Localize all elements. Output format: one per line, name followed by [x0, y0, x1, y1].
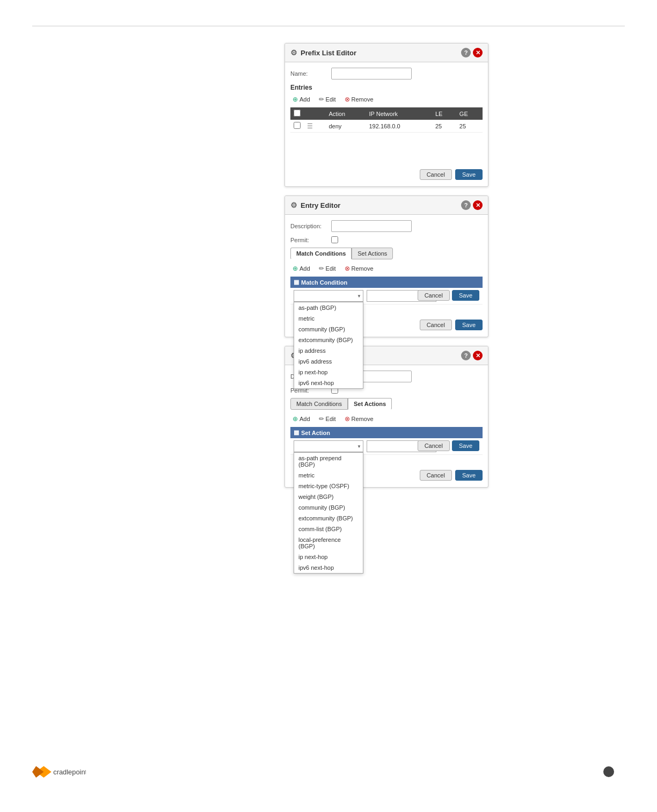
- dropdown-item-local-preference[interactable]: local-preference (BGP): [294, 534, 363, 552]
- match-condition-save-button[interactable]: Save: [452, 290, 479, 301]
- entry-editor-1-panel: ⚙ Entry Editor ? ✕ Description: Permit:: [284, 195, 488, 337]
- entry-editor-1-header: ⚙ Entry Editor ? ✕: [285, 196, 488, 215]
- prefix-list-editor-body: Name: Entries ⊕ Add ✏ Edit ⊗ Remov: [285, 62, 488, 186]
- entry-editor-2-cancel-button[interactable]: Cancel: [420, 470, 452, 481]
- entry-editor-1-body: Description: Permit: Match Conditions Se…: [285, 215, 488, 337]
- entry-1-edit-button[interactable]: ✏ Edit: [317, 264, 338, 273]
- first-dropdown-2[interactable]: ▼: [294, 440, 363, 452]
- entry-editor-1-controls: ? ✕: [461, 200, 483, 210]
- match-condition-cancel-button[interactable]: Cancel: [418, 290, 450, 301]
- entry-editor-2-save-button[interactable]: Save: [455, 470, 483, 481]
- prefix-list-editor-header: ⚙ Prefix List Editor ? ✕: [285, 44, 488, 62]
- section-icon-2: ▦: [294, 429, 299, 436]
- permit-checkbox-1[interactable]: [331, 236, 338, 243]
- dropdown-item-ipv6-next-hop[interactable]: ipv6 next-hop: [294, 378, 363, 388]
- page-container: ⚙ Prefix List Editor ? ✕ Name: Entries ⊕: [0, 0, 657, 812]
- dropdown-item-comm-list[interactable]: comm-list (BGP): [294, 524, 363, 534]
- description-label-1: Description:: [290, 223, 328, 229]
- logo-area: cradlepoint: [32, 764, 86, 780]
- match-condition-section-header: ▦ Match Condition: [290, 277, 483, 288]
- dropdown-item-metric-type[interactable]: metric-type (OSPF): [294, 481, 363, 491]
- entry-editor-2-close-button[interactable]: ✕: [473, 351, 483, 360]
- table-row: ☰ deny 192.168.0.0 25 25: [290, 120, 483, 133]
- dropdown-item-ipv6-address[interactable]: ipv6 address: [294, 356, 363, 367]
- dropdown-item-weight[interactable]: weight (BGP): [294, 491, 363, 502]
- prefix-list-save-button[interactable]: Save: [455, 169, 483, 180]
- prefix-list-table: Action IP Network LE GE ☰ deny 192.168.0…: [290, 107, 483, 133]
- entry-2-edit-button[interactable]: ✏ Edit: [317, 414, 338, 424]
- row-ip-network-cell: 192.168.0.0: [366, 120, 432, 133]
- remove-icon-3: ⊗: [345, 415, 350, 423]
- add-icon: ⊕: [293, 96, 298, 103]
- name-input[interactable]: [331, 68, 412, 79]
- dropdown-item-extcommunity-2[interactable]: extcommunity (BGP): [294, 513, 363, 524]
- row-checkbox[interactable]: [294, 122, 301, 129]
- tab-set-actions-1[interactable]: Set Actions: [352, 248, 393, 259]
- inline-edit-row-1: ▼ as-path (BGP) metric community (BGP) e…: [290, 288, 483, 305]
- dropdown-item-as-path-prepend[interactable]: as-path prepend (BGP): [294, 453, 363, 470]
- entry-editor-1-save-button[interactable]: Save: [455, 320, 483, 330]
- inline-action-row-2: Cancel Save: [418, 440, 479, 451]
- entry-editor-2-toolbar: ⊕ Add ✏ Edit ⊗ Remove: [290, 414, 483, 424]
- entry-editor-1-close-button[interactable]: ✕: [473, 200, 483, 210]
- dropdown-item-extcommunity[interactable]: extcommunity (BGP): [294, 335, 363, 345]
- tab-set-actions-2[interactable]: Set Actions: [348, 398, 392, 410]
- top-divider: [32, 26, 625, 26]
- dropdown-item-ip-next-hop[interactable]: ip next-hop: [294, 367, 363, 378]
- set-action-cancel-button[interactable]: Cancel: [418, 440, 450, 451]
- prefix-list-remove-button[interactable]: ⊗ Remove: [342, 95, 376, 104]
- entry-1-remove-button[interactable]: ⊗ Remove: [342, 264, 376, 273]
- row-drag-cell[interactable]: ☰: [304, 120, 326, 133]
- prefix-list-close-button[interactable]: ✕: [473, 48, 483, 57]
- first-dropdown-1[interactable]: ▼: [294, 290, 363, 302]
- inline-action-row-1: Cancel Save: [418, 290, 479, 301]
- panels-area: ⚙ Prefix List Editor ? ✕ Name: Entries ⊕: [284, 43, 488, 488]
- prefix-list-editor-controls: ? ✕: [461, 48, 483, 57]
- col-checkbox: [290, 107, 304, 120]
- dropdown-item-ip-next-hop-2[interactable]: ip next-hop: [294, 552, 363, 562]
- gear-icon: ⚙: [290, 48, 297, 57]
- permit-label-1: Permit:: [290, 237, 328, 243]
- entry-editor-1-cancel-button[interactable]: Cancel: [420, 320, 452, 330]
- select-all-checkbox[interactable]: [294, 110, 301, 117]
- empty-space: [290, 133, 483, 165]
- set-action-save-button[interactable]: Save: [452, 440, 479, 451]
- description-input-1[interactable]: [331, 220, 412, 232]
- logo-text-svg: cradlepoint: [53, 769, 86, 777]
- prefix-list-cancel-button[interactable]: Cancel: [420, 169, 452, 180]
- entry-2-remove-button[interactable]: ⊗ Remove: [342, 414, 376, 424]
- dropdown-item-community[interactable]: community (BGP): [294, 324, 363, 335]
- dropdown-arrow-3: ▼: [357, 444, 361, 449]
- prefix-list-add-button[interactable]: ⊕ Add: [290, 95, 312, 104]
- entry-editor-1-title: Entry Editor: [301, 201, 340, 209]
- match-condition-dropdown-list: as-path (BGP) metric community (BGP) ext…: [294, 302, 363, 389]
- add-icon-3: ⊕: [293, 415, 298, 423]
- prefix-list-edit-button[interactable]: ✏ Edit: [317, 95, 338, 104]
- prefix-list-toolbar: ⊕ Add ✏ Edit ⊗ Remove: [290, 95, 483, 104]
- entry-editor-1-help-button[interactable]: ?: [461, 200, 471, 210]
- prefix-list-help-button[interactable]: ?: [461, 48, 471, 57]
- prefix-list-editor-title-area: ⚙ Prefix List Editor: [290, 48, 356, 57]
- dropdown-arrow-1: ▼: [357, 294, 361, 299]
- col-drag: [304, 107, 326, 120]
- dropdown-item-ip-address[interactable]: ip address: [294, 345, 363, 356]
- row-checkbox-cell: [290, 120, 304, 133]
- dropdown-item-metric[interactable]: metric: [294, 313, 363, 324]
- dropdown-item-ipv6-next-hop-2[interactable]: ipv6 next-hop: [294, 562, 363, 573]
- entry-editor-1-title-area: ⚙ Entry Editor: [290, 201, 340, 209]
- dropdown-item-metric-2[interactable]: metric: [294, 470, 363, 481]
- first-dropdown-wrapper-1: ▼ as-path (BGP) metric community (BGP) e…: [294, 290, 363, 302]
- row-ge-cell: 25: [456, 120, 483, 133]
- entry-2-add-button[interactable]: ⊕ Add: [290, 414, 312, 424]
- dropdown-item-community-2[interactable]: community (BGP): [294, 502, 363, 513]
- entry-1-add-button[interactable]: ⊕ Add: [290, 264, 312, 273]
- set-action-dropdown-list: as-path prepend (BGP) metric metric-type…: [294, 452, 363, 574]
- tab-match-conditions-1[interactable]: Match Conditions: [290, 248, 352, 259]
- dropdown-item-as-path[interactable]: as-path (BGP): [294, 302, 363, 313]
- tab-match-conditions-2[interactable]: Match Conditions: [290, 398, 348, 410]
- entry-editor-2-controls: ? ✕: [461, 351, 483, 360]
- entry-editor-2-help-button[interactable]: ?: [461, 351, 471, 360]
- inline-edit-row-2: ▼ as-path prepend (BGP) metric metric-ty…: [290, 438, 483, 455]
- set-action-section-header: ▦ Set Action: [290, 427, 483, 438]
- tab-bar-2: Match Conditions Set Actions: [290, 398, 483, 410]
